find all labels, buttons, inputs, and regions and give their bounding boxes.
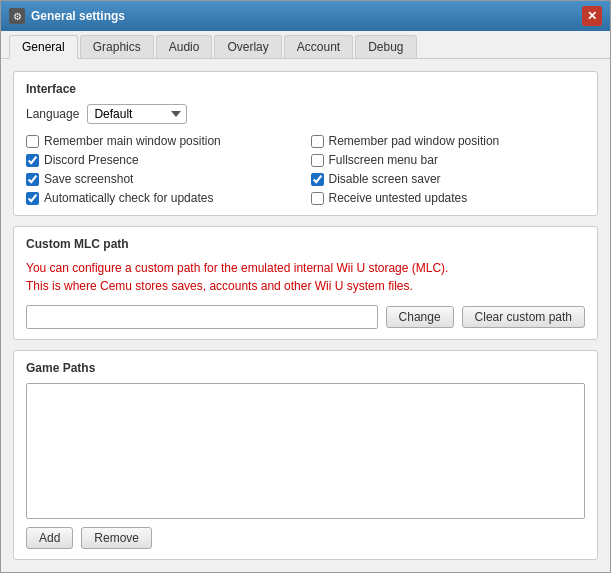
tab-audio[interactable]: Audio [156,35,213,58]
game-paths-title: Game Paths [26,361,585,375]
checkbox-auto-check-updates[interactable]: Automatically check for updates [26,191,301,205]
tab-general[interactable]: General [9,35,78,59]
remove-button[interactable]: Remove [81,527,152,549]
language-row: Language Default [26,104,585,124]
checkbox-save-screenshot-input[interactable] [26,173,39,186]
game-paths-list [26,383,585,519]
tab-overlay[interactable]: Overlay [214,35,281,58]
checkbox-auto-check-updates-input[interactable] [26,192,39,205]
change-button[interactable]: Change [386,306,454,328]
game-paths-section: Game Paths Add Remove [13,350,598,560]
checkbox-fullscreen-menu[interactable]: Fullscreen menu bar [311,153,586,167]
title-bar: ⚙ General settings ✕ [1,1,610,31]
checkbox-remember-pad-input[interactable] [311,135,324,148]
mlc-input-row: Change Clear custom path [26,305,585,329]
content-area: Interface Language Default Remember main… [1,59,610,572]
checkbox-discord[interactable]: Discord Presence [26,153,301,167]
tab-account[interactable]: Account [284,35,353,58]
interface-section: Interface Language Default Remember main… [13,71,598,216]
add-button[interactable]: Add [26,527,73,549]
language-select[interactable]: Default [87,104,187,124]
window-title: General settings [31,9,582,23]
interface-title: Interface [26,82,585,96]
checkbox-receive-untested[interactable]: Receive untested updates [311,191,586,205]
checkbox-remember-pad[interactable]: Remember pad window position [311,134,586,148]
mlc-description: You can configure a custom path for the … [26,259,585,295]
checkbox-remember-main[interactable]: Remember main window position [26,134,301,148]
checkbox-disable-screensaver-input[interactable] [311,173,324,186]
close-button[interactable]: ✕ [582,6,602,26]
tab-graphics[interactable]: Graphics [80,35,154,58]
checkbox-disable-screensaver[interactable]: Disable screen saver [311,172,586,186]
custom-mlc-title: Custom MLC path [26,237,585,251]
language-label: Language [26,107,79,121]
custom-mlc-section: Custom MLC path You can configure a cust… [13,226,598,340]
checkbox-grid: Remember main window position Remember p… [26,134,585,205]
checkbox-discord-input[interactable] [26,154,39,167]
checkbox-receive-untested-input[interactable] [311,192,324,205]
checkbox-fullscreen-menu-input[interactable] [311,154,324,167]
checkbox-save-screenshot[interactable]: Save screenshot [26,172,301,186]
main-window: ⚙ General settings ✕ General Graphics Au… [0,0,611,573]
mlc-path-input[interactable] [26,305,378,329]
game-paths-buttons: Add Remove [26,527,585,549]
checkbox-remember-main-input[interactable] [26,135,39,148]
tab-debug[interactable]: Debug [355,35,416,58]
clear-custom-path-button[interactable]: Clear custom path [462,306,585,328]
window-icon: ⚙ [9,8,25,24]
tab-bar: General Graphics Audio Overlay Account D… [1,31,610,59]
